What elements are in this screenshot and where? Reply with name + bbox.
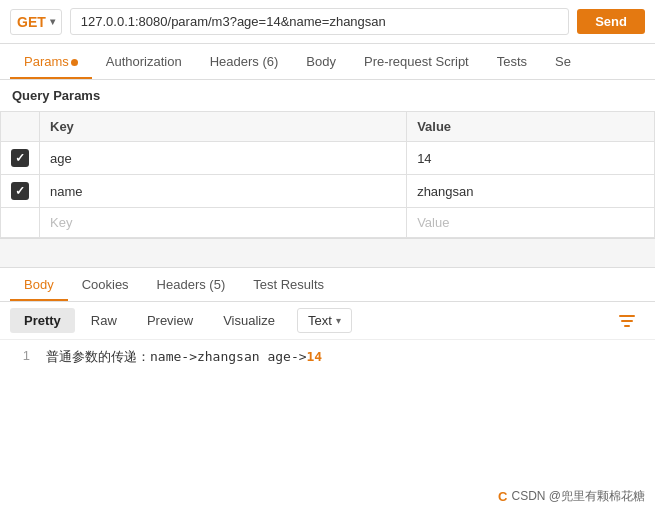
value-cell-empty[interactable]: Value [407,208,655,238]
line-number: 1 [10,348,30,366]
table-row: age 14 [1,142,655,175]
dropdown-chevron-icon: ▾ [336,315,341,326]
method-chevron-icon: ▾ [50,16,55,27]
key-cell-age[interactable]: age [40,142,407,175]
svg-rect-2 [624,325,630,327]
tab-body[interactable]: Body [292,44,350,79]
tab-prerequest[interactable]: Pre-request Script [350,44,483,79]
col-key: Key [40,112,407,142]
format-raw[interactable]: Raw [77,308,131,333]
tab-cookies[interactable]: Cookies [68,268,143,301]
filter-icon[interactable] [609,309,645,333]
send-button[interactable]: Send [577,9,645,34]
query-params-section: Query Params [0,80,655,111]
tab-se[interactable]: Se [541,44,585,79]
checkbox-name[interactable] [11,182,29,200]
format-pretty[interactable]: Pretty [10,308,75,333]
url-input[interactable] [70,8,569,35]
url-bar: GET ▾ Send [0,0,655,44]
watermark: C CSDN @兜里有颗棉花糖 [498,488,645,505]
svg-rect-1 [621,320,633,322]
params-dot [71,59,78,66]
bottom-section: Body Cookies Headers (5) Test Results Pr… [0,268,655,374]
checkbox-cell[interactable] [1,142,40,175]
bottom-tab-bar: Body Cookies Headers (5) Test Results [0,268,655,302]
format-type-dropdown[interactable]: Text ▾ [297,308,352,333]
response-text: 普通参数的传递：name->zhangsan age->14 [46,348,322,366]
format-type-label: Text [308,313,332,328]
value-cell-name[interactable]: zhangsan [407,175,655,208]
key-cell-name[interactable]: name [40,175,407,208]
checkbox-cell[interactable] [1,175,40,208]
response-body: 1 普通参数的传递：name->zhangsan age->14 [0,340,655,374]
method-selector[interactable]: GET ▾ [10,9,62,35]
format-bar: Pretty Raw Preview Visualize Text ▾ [0,302,655,340]
top-tab-bar: Params Authorization Headers (6) Body Pr… [0,44,655,80]
section-divider [0,238,655,268]
tab-test-results[interactable]: Test Results [239,268,338,301]
format-visualize[interactable]: Visualize [209,308,289,333]
col-value: Value [407,112,655,142]
checkbox-cell-empty [1,208,40,238]
value-cell-age[interactable]: 14 [407,142,655,175]
tab-authorization[interactable]: Authorization [92,44,196,79]
tab-headers[interactable]: Headers (6) [196,44,293,79]
method-label: GET [17,14,46,30]
col-checkbox [1,112,40,142]
tab-params[interactable]: Params [10,44,92,79]
watermark-text: CSDN @兜里有颗棉花糖 [511,488,645,505]
tab-tests[interactable]: Tests [483,44,541,79]
key-cell-empty[interactable]: Key [40,208,407,238]
tab-response-body[interactable]: Body [10,268,68,301]
format-preview[interactable]: Preview [133,308,207,333]
params-table: Key Value age 14 name zhangsan [0,111,655,238]
table-row: Key Value [1,208,655,238]
tab-response-headers[interactable]: Headers (5) [143,268,240,301]
svg-rect-0 [619,315,635,317]
checkbox-age[interactable] [11,149,29,167]
table-header: Key Value [1,112,655,142]
csdn-icon: C [498,489,507,504]
table-row: name zhangsan [1,175,655,208]
response-highlight: 14 [307,349,323,364]
